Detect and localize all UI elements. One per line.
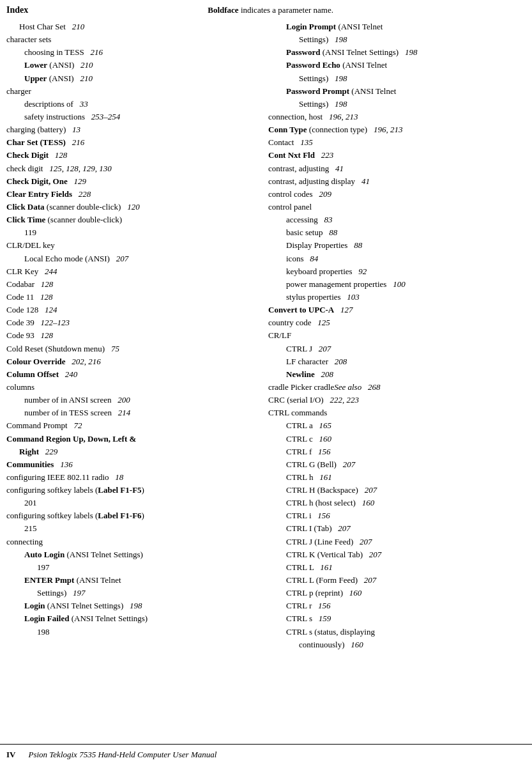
list-item: Cold Reset (Shutdown menu) 75: [6, 343, 255, 355]
list-item: Login Failed (ANSI Telnet Settings): [6, 612, 255, 625]
list-item: 201: [6, 497, 255, 509]
list-item: LF character 208: [268, 355, 517, 368]
list-item: Command Prompt 72: [6, 419, 255, 432]
left-column: Host Char Set 210character setschoosing …: [6, 20, 262, 651]
list-item: Code 128 124: [6, 304, 255, 316]
list-item: Host Char Set 210: [6, 20, 255, 33]
list-item: cradle Picker cradleSee also 268: [268, 381, 517, 394]
list-item: CTRL p (reprint) 160: [268, 587, 517, 599]
list-item: Communities 136: [6, 458, 255, 471]
list-item: accessing 83: [268, 213, 517, 226]
list-item: CLR/DEL key: [6, 239, 255, 252]
list-item: CTRL G (Bell) 207: [268, 458, 517, 471]
list-item: CTRL I (Tab) 207: [268, 522, 517, 535]
list-item: CRC (serial I/O) 222, 223: [268, 394, 517, 406]
list-item: Codabar 128: [6, 278, 255, 291]
list-item: CTRL f 156: [268, 445, 517, 458]
list-item: connecting: [6, 536, 255, 548]
list-item: connection, host 196, 213: [268, 111, 517, 123]
list-item: CTRL L (Form Feed) 207: [268, 574, 517, 587]
list-item: Login (ANSI Telnet Settings) 198: [6, 599, 255, 612]
list-item: basic setup 88: [268, 226, 517, 239]
list-item: Clear Entry Fields 228: [6, 188, 255, 201]
list-item: CTRL L 161: [268, 561, 517, 574]
list-item: CTRL H (Backspace) 207: [268, 484, 517, 497]
list-item: 119: [6, 226, 255, 239]
list-item: country code 125: [268, 316, 517, 329]
header-tagline: Boldface indicates a parameter name.: [28, 5, 513, 15]
list-item: CTRL i 156: [268, 509, 517, 522]
boldface-label: Boldface: [208, 5, 238, 15]
list-item: CTRL commands: [268, 406, 517, 419]
list-item: check digit 125, 128, 129, 130: [6, 162, 255, 175]
list-item: Settings) 198: [268, 98, 517, 111]
list-item: Settings) 197: [6, 587, 255, 599]
list-item: contrast, adjusting 41: [268, 162, 517, 175]
index-heading: Index: [6, 5, 28, 15]
footer-page-number: IV: [6, 750, 15, 760]
list-item: CTRL h (host select) 160: [268, 497, 517, 509]
list-item: control panel: [268, 201, 517, 213]
list-item: configuring softkey labels (Label F1-F5): [6, 484, 255, 497]
list-item: number of in ANSI screen 200: [6, 394, 255, 406]
right-column: Login Prompt (ANSI TelnetSettings) 198Pa…: [262, 20, 517, 651]
list-item: columns: [6, 381, 255, 394]
list-item: Password (ANSI Telnet Settings) 198: [268, 46, 517, 59]
list-item: contrast, adjusting display 41: [268, 175, 517, 188]
footer-book-title: Psion Teklogix 7535 Hand-Held Computer U…: [28, 750, 217, 760]
footer: IV Psion Teklogix 7535 Hand-Held Compute…: [0, 744, 532, 765]
list-item: CTRL J (Line Feed) 207: [268, 536, 517, 548]
list-item: CTRL c 160: [268, 433, 517, 445]
list-item: charger: [6, 85, 255, 98]
list-item: CTRL s 159: [268, 612, 517, 625]
list-item: Login Prompt (ANSI Telnet: [268, 20, 517, 33]
list-item: Settings) 198: [268, 33, 517, 46]
list-item: Check Digit, One 129: [6, 175, 255, 188]
list-item: Settings) 198: [268, 72, 517, 85]
list-item: icons 84: [268, 252, 517, 265]
list-item: CTRL s (status, displaying: [268, 626, 517, 638]
list-item: Cont Nxt Fld 223: [268, 149, 517, 162]
list-item: charging (battery) 13: [6, 123, 255, 136]
list-item: CTRL K (Vertical Tab) 207: [268, 548, 517, 561]
list-item: power management properties 100: [268, 278, 517, 291]
list-item: CTRL J 207: [268, 343, 517, 355]
list-item: Column Offset 240: [6, 368, 255, 381]
list-item: Conn Type (connection type) 196, 213: [268, 123, 517, 136]
page: Index Boldface indicates a parameter nam…: [0, 0, 532, 765]
list-item: choosing in TESS 216: [6, 46, 255, 59]
list-item: Contact 135: [268, 136, 517, 149]
list-item: Lower (ANSI) 210: [6, 59, 255, 72]
list-item: Newline 208: [268, 368, 517, 381]
list-item: number of in TESS screen 214: [6, 406, 255, 419]
list-item: Auto Login (ANSI Telnet Settings): [6, 548, 255, 561]
list-item: ENTER Pmpt (ANSI Telnet: [6, 574, 255, 587]
list-item: Code 11 128: [6, 291, 255, 304]
list-item: continuously) 160: [268, 638, 517, 651]
list-item: Local Echo mode (ANSI) 207: [6, 252, 255, 265]
list-item: Code 93 128: [6, 329, 255, 342]
header: Index Boldface indicates a parameter nam…: [0, 0, 532, 18]
list-item: CTRL h 161: [268, 471, 517, 484]
list-item: 197: [6, 561, 255, 574]
list-item: control codes 209: [268, 188, 517, 201]
list-item: Password Echo (ANSI Telnet: [268, 59, 517, 72]
list-item: keyboard properties 92: [268, 265, 517, 278]
list-item: Display Properties 88: [268, 239, 517, 252]
list-item: Click Time (scanner double-click): [6, 213, 255, 226]
list-item: Code 39 122–123: [6, 316, 255, 329]
list-item: stylus properties 103: [268, 291, 517, 304]
list-item: CTRL a 165: [268, 419, 517, 432]
list-item: 215: [6, 522, 255, 535]
list-item: 198: [6, 626, 255, 638]
list-item: Convert to UPC-A 127: [268, 304, 517, 316]
list-item: Right 229: [6, 445, 255, 458]
list-item: configuring IEEE 802.11 radio 18: [6, 471, 255, 484]
list-item: Command Region Up, Down, Left &: [6, 433, 255, 445]
list-item: character sets: [6, 33, 255, 46]
list-item: CR/LF: [268, 329, 517, 342]
list-item: configuring softkey labels (Label F1-F6): [6, 509, 255, 522]
list-item: Password Prompt (ANSI Telnet: [268, 85, 517, 98]
list-item: Check Digit 128: [6, 149, 255, 162]
list-item: Char Set (TESS) 216: [6, 136, 255, 149]
